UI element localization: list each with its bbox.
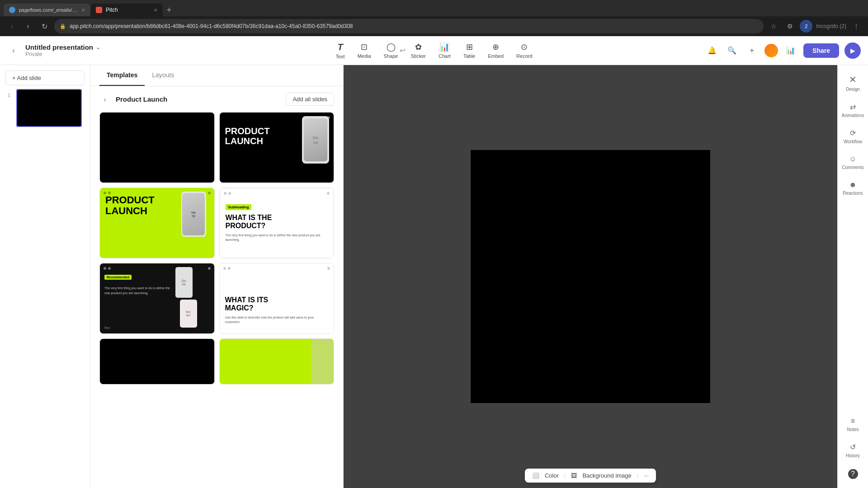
toolbar-shape[interactable]: ◯ Shape	[378, 39, 404, 61]
menu-button[interactable]: ⋮	[850, 20, 863, 33]
phone-screen-img: Sle ep	[304, 118, 327, 161]
reactions-icon: ☻	[849, 181, 857, 189]
phone-mockup-green: Sle ep	[181, 192, 211, 254]
sidebar-item-workflow[interactable]: ⟳ Workflow	[839, 123, 868, 150]
color-button[interactable]: ⬜	[532, 472, 539, 479]
new-tab-button[interactable]: +	[163, 4, 175, 16]
app-container: ‹ Untitled presentation ⌄ Private ↩ T Te…	[0, 36, 868, 488]
reactions-label: Reactions	[843, 191, 863, 196]
sidebar-item-history[interactable]: ↺ History	[839, 437, 868, 464]
toolbar-text[interactable]: T Text	[330, 39, 350, 62]
tab-layouts[interactable]: Layouts	[145, 65, 181, 86]
add-slide-button[interactable]: + Add slide	[5, 70, 85, 85]
browser-tab-pitch[interactable]: Pitch ✕	[90, 4, 163, 16]
tab-close-1[interactable]: ✕	[81, 8, 85, 13]
add-all-slides-button[interactable]: Add all slides	[286, 93, 334, 106]
dot-w3	[327, 192, 330, 195]
title-caret-icon: ⌄	[96, 44, 100, 51]
slide-what-title: WHAT IS THEPRODUCT?	[226, 214, 328, 230]
phone-mockup-1: Sle ep	[302, 116, 329, 164]
shape-tool-icon: ◯	[387, 42, 396, 52]
tab-templates[interactable]: Templates	[99, 65, 145, 86]
workflow-label: Workflow	[844, 139, 862, 144]
sidebar-item-notes[interactable]: ≡ Notes	[839, 412, 868, 437]
play-button[interactable]: ▶	[844, 42, 861, 59]
search-button[interactable]: 🔍	[725, 43, 739, 58]
extension-button[interactable]: ⚙	[783, 20, 796, 33]
comments-icon: ☺	[849, 155, 856, 163]
browser-toolbar: ‹ › ↻ 🔒 app.pitch.com/app/presentation/b…	[0, 16, 868, 36]
dot-w2	[228, 192, 231, 195]
presentation-canvas[interactable]	[471, 150, 710, 403]
toolbar-media[interactable]: ⊡ Media	[352, 39, 377, 61]
sidebar-item-design[interactable]: ✕ Design	[839, 69, 868, 97]
back-button[interactable]: ‹	[5, 20, 18, 33]
template-panel: Templates Layouts ‹ Product Launch Add a…	[90, 65, 344, 488]
template-header: ‹ Product Launch Add all slides	[90, 86, 343, 112]
share-button[interactable]: Share	[803, 43, 839, 58]
animations-label: Animations	[842, 113, 864, 118]
chart-action-button[interactable]: 📊	[783, 43, 798, 58]
browser-tab-pageflows[interactable]: pageflows.com/_emails/_7fb5... ✕	[4, 4, 90, 16]
toolbar-sticker[interactable]: ✿ Sticker	[405, 39, 431, 61]
plus-button[interactable]: +	[745, 43, 759, 58]
toolbar-record[interactable]: ⊙ Record	[511, 39, 538, 61]
sticker-tool-icon: ✿	[415, 42, 422, 52]
more-options-button[interactable]: ···	[644, 472, 649, 479]
sidebar-toggle-button[interactable]: ‹	[7, 44, 20, 57]
sidebar-item-comments[interactable]: ☺ Comments	[839, 150, 868, 175]
color-label: Color	[545, 472, 559, 479]
recommended-label: Recommended	[104, 275, 132, 280]
template-card-7[interactable]	[99, 338, 215, 385]
template-card-6[interactable]: tag WHAT IS ITSMAGIC? Use this slide to …	[219, 263, 335, 334]
refresh-button[interactable]: ↻	[38, 20, 51, 33]
slide-dark-bottom: Rel	[104, 326, 110, 330]
separator-2: |	[637, 472, 638, 479]
template-tabs: Templates Layouts	[90, 65, 343, 86]
dot-d2	[108, 267, 111, 270]
template-card-5[interactable]: Recommended The very first thing you wan…	[99, 263, 215, 334]
history-label: History	[846, 453, 860, 458]
slide-thumbnail-1[interactable]	[16, 89, 82, 127]
dots-top-left	[223, 116, 231, 119]
record-tool-icon: ⊙	[521, 42, 528, 52]
sidebar-item-help[interactable]: ?	[839, 464, 868, 484]
template-slide-bottom-green	[220, 339, 334, 384]
separator-1: |	[564, 472, 566, 479]
sidebar-item-animations[interactable]: ⇄ Animations	[839, 97, 868, 123]
template-card-2[interactable]: PRODUCTLAUNCH Sle ep	[219, 112, 335, 183]
design-icon: ✕	[849, 74, 857, 85]
browser-chrome: pageflows.com/_emails/_7fb5... ✕ Pitch ✕…	[0, 0, 868, 36]
dot-m2	[228, 267, 231, 270]
slide-tag-subheading: Subheading	[226, 204, 252, 210]
product-launch-text: PRODUCTLAUNCH	[225, 126, 270, 146]
dot-2	[228, 116, 231, 119]
template-slide-dark-phones: Recommended The very first thing you wan…	[100, 263, 214, 333]
right-sidebar: ✕ Design ⇄ Animations ⟳ Workflow ☺ Comme…	[837, 65, 868, 488]
toolbar-center: T Text ⊡ Media ◯ Shape ✿ Sticker 📊 Chart…	[330, 39, 538, 62]
template-back-button[interactable]: ‹	[99, 94, 110, 105]
star-button[interactable]: ☆	[767, 20, 780, 33]
tab-close-2[interactable]: ✕	[154, 8, 157, 13]
notes-label: Notes	[847, 427, 859, 432]
main-content: + Add slide 1 Templates Layouts ‹ Produc…	[0, 65, 868, 488]
bg-image-icon: 🖼	[571, 472, 577, 479]
sidebar-item-reactions[interactable]: ☻ Reactions	[839, 175, 868, 201]
toolbar-embed[interactable]: ⊕ Embed	[482, 39, 509, 61]
address-bar[interactable]: 🔒 app.pitch.com/app/presentation/b86dbc6…	[54, 19, 764, 33]
profile-button[interactable]: 2	[800, 20, 812, 33]
tab-favicon-2	[96, 7, 102, 13]
presentation-private-label: Private	[25, 51, 100, 57]
bell-button[interactable]: 🔔	[705, 43, 719, 58]
template-card-1[interactable]	[99, 112, 215, 183]
template-card-4[interactable]: Subheading WHAT IS THEPRODUCT? The very …	[219, 188, 335, 258]
history-icon: ↺	[850, 443, 856, 451]
toolbar-chart[interactable]: 📊 Chart	[433, 39, 456, 61]
template-card-3[interactable]: PRODUCTLAUNCH Sle ep	[99, 188, 215, 258]
comments-label: Comments	[842, 165, 863, 170]
toolbar-table[interactable]: ⊞ Table	[458, 39, 481, 61]
template-card-8[interactable]	[219, 338, 335, 385]
slide-what-content: Subheading WHAT IS THEPRODUCT? The very …	[226, 202, 328, 242]
browser-action-buttons: ☆ ⚙ 2 Incognito (2) ⋮	[767, 20, 863, 33]
forward-button[interactable]: ›	[22, 20, 34, 33]
